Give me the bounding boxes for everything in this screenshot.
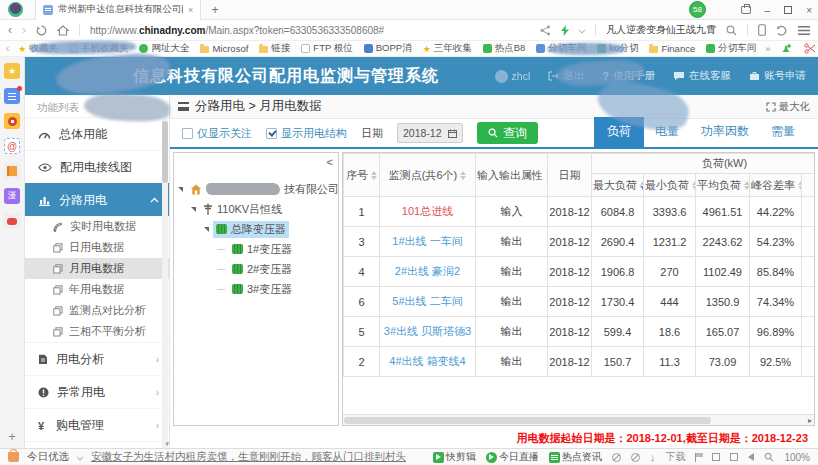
tree-expand-icon[interactable] xyxy=(191,207,196,212)
points-badge[interactable]: 58 xyxy=(689,1,706,18)
search-icon[interactable] xyxy=(726,25,737,36)
column-header-输入输出属性[interactable]: 输入输出属性 xyxy=(476,154,548,197)
sidebar-scroll-down-icon[interactable]: ▾ xyxy=(165,440,169,448)
monitor-point-link[interactable]: 1#出线 一车间 xyxy=(392,235,462,247)
tree-node-总降变压器[interactable]: 总降变压器 xyxy=(174,219,338,239)
column-header-平均负荷[interactable]: 平均负荷 xyxy=(696,174,750,197)
sort-icon[interactable] xyxy=(371,171,377,181)
sidebar-subitem-年用电数据[interactable]: 年用电数据 xyxy=(25,279,169,300)
bookmark-item[interactable]: 链接 xyxy=(259,42,290,55)
download-icon[interactable]: ↓ xyxy=(650,451,656,463)
tree-expand-icon[interactable] xyxy=(204,227,209,232)
column-header-日期[interactable]: 日期 xyxy=(548,154,592,197)
url-field[interactable]: http://www.chinadny.com/Main.aspx?token=… xyxy=(90,25,384,36)
tab-close-icon[interactable]: × xyxy=(188,5,193,15)
history-icon[interactable] xyxy=(776,25,788,36)
bookmark-item[interactable]: FTP 根位 xyxy=(301,42,352,55)
online-service-link[interactable]: 在线客服 xyxy=(673,69,731,83)
bookmark-item[interactable]: 分切车间 xyxy=(706,42,756,55)
sidebar-item-分路用电[interactable]: 分路用电 xyxy=(25,183,169,216)
tree-node-label[interactable]: 2#变压器 xyxy=(229,261,295,278)
new-tab-button[interactable]: + xyxy=(211,2,219,17)
daily-picks-link[interactable]: 今日优选 xyxy=(27,450,69,464)
monitor-point-link[interactable]: 5#出线 二车间 xyxy=(392,295,462,307)
sidebar-subitem-监测点对比分析[interactable]: 监测点对比分析 xyxy=(25,300,169,321)
sidebar-item-异常用电[interactable]: 异常用电› xyxy=(25,375,169,408)
column-header-峰谷差率[interactable]: 峰谷差率 xyxy=(750,174,802,197)
column-header-最大负荷[interactable]: 最大负荷 xyxy=(592,174,644,197)
sort-icon[interactable] xyxy=(744,181,750,191)
home-icon[interactable] xyxy=(57,25,69,36)
forward-button[interactable]: › xyxy=(22,24,26,36)
only-follow-checkbox[interactable]: 仅显示关注 xyxy=(182,126,252,141)
user-menu[interactable]: zhcl xyxy=(495,70,531,83)
date-input[interactable]: 2018-12 xyxy=(397,123,463,143)
tree-node-3#变压器[interactable]: 3#变压器 xyxy=(174,279,338,299)
horizontal-scrollbar[interactable]: ▸ xyxy=(343,414,814,425)
sidebar-item-用电分析[interactable]: 用电分析› xyxy=(25,342,169,375)
game-center-icon[interactable] xyxy=(612,453,621,462)
back-button[interactable]: ‹ xyxy=(8,24,12,36)
sidebar-item-统计报表[interactable]: 统计报表› xyxy=(25,441,169,448)
tree-node-label[interactable]: 110KV吕恒线 xyxy=(200,201,285,218)
bookmark-item[interactable]: Finance xyxy=(649,43,695,54)
tree-expand-icon[interactable] xyxy=(178,187,183,192)
zoom-level[interactable]: 100% xyxy=(784,452,810,463)
bookmark-item[interactable]: BOPP消 xyxy=(364,42,412,55)
bookmark-item[interactable]: 分切车间 xyxy=(536,42,586,55)
bookmark-item[interactable]: 热点B8 xyxy=(483,42,526,55)
window-icon[interactable] xyxy=(730,453,738,461)
query-button[interactable]: 查询 xyxy=(477,122,538,144)
statusbar-live-button[interactable]: 今日直播 xyxy=(486,450,539,464)
sidebar-subitem-月用电数据[interactable]: 月用电数据 xyxy=(25,258,169,279)
bookmark-item[interactable]: ★收藏夹 xyxy=(18,42,58,55)
plugin-icon[interactable] xyxy=(631,453,640,462)
tree-node-1#变压器[interactable]: 1#变压器 xyxy=(174,239,338,259)
favorites-icon[interactable]: ★ xyxy=(4,63,20,79)
skin-icon[interactable] xyxy=(741,6,751,14)
games-icon[interactable] xyxy=(4,213,20,229)
column-header-监测点(共6个)[interactable]: 监测点(共6个) xyxy=(380,154,476,197)
column-header-序号[interactable]: 序号 xyxy=(344,154,380,197)
maximize-button[interactable] xyxy=(784,6,792,14)
tree-collapse-button[interactable]: < xyxy=(327,156,333,168)
manual-link[interactable]: ? 使用手册 xyxy=(602,69,655,83)
lightning-icon[interactable] xyxy=(561,25,569,36)
tree-node-技有限公司[interactable]: 技有限公司 xyxy=(174,179,338,199)
sort-icon[interactable] xyxy=(692,181,696,191)
hot-search-text[interactable]: 凡人逆袭变身仙王战九霄 xyxy=(606,23,716,37)
sidebar-subitem-日用电数据[interactable]: 日用电数据 xyxy=(25,237,169,258)
column-header-负[interactable]: 负 xyxy=(802,174,816,197)
sidebar-item-配用电接线图[interactable]: 配用电接线图 xyxy=(25,150,169,183)
tree-node-label[interactable]: 技有限公司 xyxy=(187,181,339,198)
bookmark-item[interactable]: Microsof xyxy=(200,43,248,54)
share-icon[interactable] xyxy=(540,25,551,36)
statusbar-news-button[interactable]: 热点资讯 xyxy=(549,450,602,464)
monitor-point-link[interactable]: 3#出线 贝斯塔德3 xyxy=(384,325,471,337)
notes-icon[interactable] xyxy=(4,163,20,179)
sort-icon[interactable] xyxy=(798,181,802,191)
bookmarks-collapse-icon[interactable]: ‹ xyxy=(6,43,9,54)
scissors-icon[interactable] xyxy=(804,43,816,54)
sidebar-subitem-三相不平衡分析[interactable]: 三相不平衡分析 xyxy=(25,321,169,342)
statusbar-clip-button[interactable]: 快剪辑 xyxy=(433,450,476,464)
sidebar-item-总体用能[interactable]: 总体用能 xyxy=(25,117,169,150)
bookmark-item[interactable]: ★三年收集 xyxy=(423,42,472,55)
tree-node-110KV吕恒线[interactable]: 110KV吕恒线 xyxy=(174,199,338,219)
scroll-right-icon[interactable]: ▸ xyxy=(808,416,812,425)
bookmarks-overflow-icon[interactable]: » xyxy=(765,43,770,54)
maximize-view-button[interactable]: 最大化 xyxy=(766,100,811,114)
news-headline-link[interactable]: 安徽女子为生活村内租房卖馍，生意刚刚开始，顾客从门口排到村头 xyxy=(91,450,406,464)
flag-icon[interactable] xyxy=(695,453,702,462)
chevron-down-icon[interactable] xyxy=(77,454,84,461)
session-icon[interactable] xyxy=(712,453,720,461)
tab-需量[interactable]: 需量 xyxy=(760,123,806,147)
sidebar-subitem-实时用电数据[interactable]: 实时用电数据 xyxy=(25,216,169,237)
minimize-button[interactable]: – xyxy=(765,5,771,16)
sidebar-scrollbar[interactable] xyxy=(162,119,168,448)
chevron-down-icon[interactable] xyxy=(579,27,586,34)
monitor-point-link[interactable]: 4#出线 箱变线4 xyxy=(389,355,465,367)
tree-node-label[interactable]: 1#变压器 xyxy=(229,241,295,258)
tree-node-label[interactable]: 总降变压器 xyxy=(213,221,289,238)
browser-tab[interactable]: 常州新申达信息科技有限公司配... × xyxy=(35,0,201,20)
